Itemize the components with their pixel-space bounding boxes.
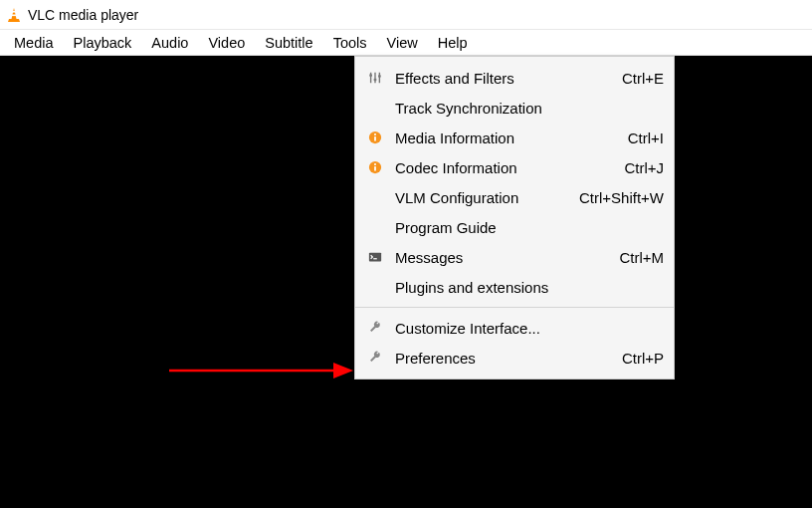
menu-audio[interactable]: Audio: [141, 32, 198, 54]
menuitem-program-guide[interactable]: Program Guide: [355, 212, 674, 242]
menuitem-label: Customize Interface...: [395, 320, 654, 337]
menuitem-label: Program Guide: [395, 219, 654, 236]
menuitem-label: Track Synchronization: [395, 100, 654, 117]
menuitem-label: Plugins and extensions: [395, 279, 654, 296]
menuitem-label: VLM Configuration: [395, 189, 569, 206]
vlc-cone-icon: [6, 7, 22, 23]
menuitem-codec-info[interactable]: Codec Information Ctrl+J: [355, 152, 674, 182]
svg-rect-11: [374, 136, 376, 140]
svg-marker-3: [8, 19, 20, 22]
menuitem-messages[interactable]: Messages Ctrl+M: [355, 242, 674, 272]
sliders-icon: [365, 68, 385, 88]
menuitem-label: Effects and Filters: [395, 70, 612, 87]
svg-rect-2: [12, 14, 17, 16]
menu-subtitle[interactable]: Subtitle: [255, 32, 322, 54]
menubar: Media Playback Audio Video Subtitle Tool…: [0, 30, 812, 56]
svg-rect-16: [369, 253, 381, 262]
menuitem-preferences[interactable]: Preferences Ctrl+P: [355, 343, 674, 373]
menuitem-label: Codec Information: [395, 159, 614, 176]
menuitem-media-info[interactable]: Media Information Ctrl+I: [355, 123, 674, 152]
blank-icon: [365, 277, 385, 297]
menu-playback[interactable]: Playback: [64, 32, 142, 54]
svg-rect-1: [12, 11, 15, 13]
menuitem-shortcut: Ctrl+I: [628, 129, 664, 146]
menuitem-shortcut: Ctrl+M: [619, 249, 664, 266]
tools-dropdown: Effects and Filters Ctrl+E Track Synchro…: [354, 56, 675, 380]
wrench-icon: [365, 348, 385, 368]
menu-help[interactable]: Help: [428, 32, 478, 54]
svg-point-12: [374, 133, 376, 135]
menuitem-label: Preferences: [395, 350, 612, 367]
menuitem-shortcut: Ctrl+J: [624, 159, 664, 176]
info-icon: [365, 127, 385, 147]
menuitem-customize-interface[interactable]: Customize Interface...: [355, 313, 674, 343]
menuitem-vlm-config[interactable]: VLM Configuration Ctrl+Shift+W: [355, 182, 674, 212]
svg-rect-9: [378, 75, 381, 77]
info-icon: [365, 157, 385, 177]
menu-tools[interactable]: Tools: [323, 32, 377, 54]
menuitem-shortcut: Ctrl+P: [622, 350, 664, 367]
wrench-icon: [365, 318, 385, 338]
svg-marker-0: [12, 8, 17, 19]
menuitem-effects-filters[interactable]: Effects and Filters Ctrl+E: [355, 63, 674, 93]
menu-media[interactable]: Media: [4, 32, 64, 54]
menuitem-track-sync[interactable]: Track Synchronization: [355, 93, 674, 123]
menu-view[interactable]: View: [377, 32, 428, 54]
menuitem-shortcut: Ctrl+Shift+W: [579, 189, 664, 206]
svg-rect-8: [374, 79, 377, 81]
menuitem-plugins[interactable]: Plugins and extensions: [355, 272, 674, 302]
menu-separator: [355, 307, 674, 308]
window-title: VLC media player: [28, 7, 138, 23]
blank-icon: [365, 187, 385, 207]
terminal-icon: [365, 247, 385, 267]
svg-point-15: [374, 163, 376, 165]
titlebar: VLC media player: [0, 0, 812, 30]
menuitem-label: Messages: [395, 249, 609, 266]
menuitem-label: Media Information: [395, 129, 618, 146]
svg-rect-14: [374, 166, 376, 170]
menuitem-shortcut: Ctrl+E: [622, 70, 664, 87]
menu-video[interactable]: Video: [198, 32, 255, 54]
blank-icon: [365, 217, 385, 237]
svg-rect-7: [369, 75, 372, 77]
blank-icon: [365, 98, 385, 118]
